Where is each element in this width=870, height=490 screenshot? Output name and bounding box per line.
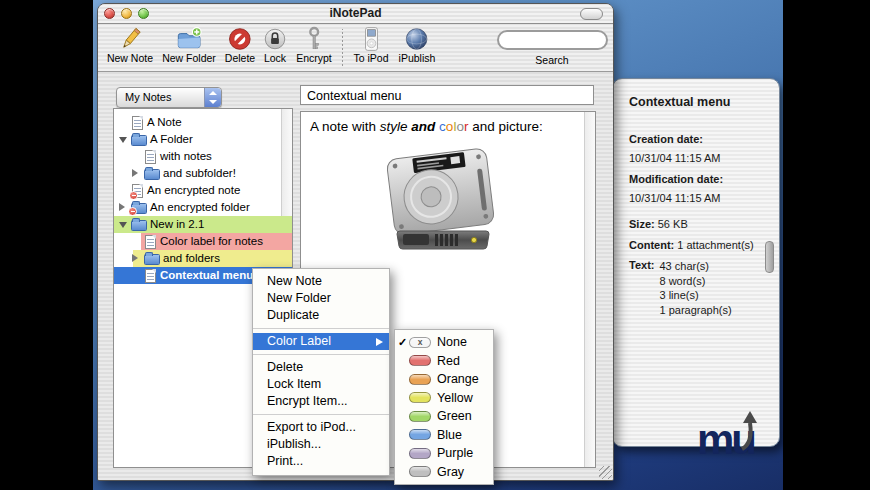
text-label: Text: <box>629 259 654 317</box>
note-rich-text: A note with style and color and picture: <box>310 119 543 134</box>
tree-item-new-in-21[interactable]: New in 2.1 <box>114 216 292 233</box>
color-swatch-green <box>409 411 431 422</box>
screenshot-stage: Contextual menu Creation date: 10/31/04 … <box>0 0 870 490</box>
submenu-arrow-icon <box>376 338 383 346</box>
padlock-icon <box>262 26 288 52</box>
submenu-item-gray[interactable]: Gray <box>395 463 493 482</box>
encrypted-badge-icon <box>128 207 137 216</box>
search-input[interactable] <box>497 30 608 50</box>
search-label: Search <box>497 54 607 66</box>
text-paragraphs: 1 paragraph(s) <box>659 303 731 318</box>
note-title-field[interactable]: Contextual menu <box>300 85 594 105</box>
menu-item-color-label[interactable]: Color Label <box>253 333 389 350</box>
folder-icon <box>144 254 160 265</box>
text-stats-row: Text: 43 char(s) 8 word(s) 3 line(s) 1 p… <box>629 259 765 317</box>
tree-item-encrypted-folder[interactable]: An encrypted folder <box>114 199 292 216</box>
watermark-arrow-icon <box>739 409 759 455</box>
pencil-icon <box>117 26 143 52</box>
ipod-icon <box>358 26 384 52</box>
lock-button[interactable]: Lock <box>262 26 288 64</box>
color-swatch-blue <box>409 429 431 440</box>
tree-item-a-folder[interactable]: A Folder <box>114 131 292 148</box>
title-bar[interactable]: iNotePad <box>98 4 613 24</box>
note-icon <box>145 235 156 249</box>
content-label: Content: <box>629 239 674 251</box>
toolbar: New Note New Folder <box>98 24 613 72</box>
folder-encrypted-icon <box>131 203 147 214</box>
size-label: Size: <box>629 218 655 230</box>
notebook-selector[interactable]: My Notes <box>116 87 222 108</box>
disclosure-open-icon[interactable] <box>119 137 127 143</box>
note-icon <box>145 269 156 283</box>
new-note-button[interactable]: New Note <box>107 26 153 64</box>
menu-item-print[interactable]: Print... <box>253 453 389 470</box>
window-title: iNotePad <box>158 4 553 23</box>
zoom-button[interactable] <box>138 8 149 19</box>
disclosure-closed-icon[interactable] <box>119 203 125 211</box>
drawer-note-title: Contextual menu <box>629 95 765 109</box>
close-button[interactable] <box>104 8 115 19</box>
color-swatch-purple <box>409 448 431 459</box>
note-scrollbar[interactable] <box>584 112 595 467</box>
text-stats-values: 43 char(s) 8 word(s) 3 line(s) 1 paragra… <box>659 259 731 317</box>
drawer-scrollbar-thumb[interactable] <box>765 241 774 273</box>
submenu-item-green[interactable]: Green <box>395 407 493 426</box>
submenu-item-purple[interactable]: Purple <box>395 444 493 463</box>
menu-item-duplicate[interactable]: Duplicate <box>253 307 389 324</box>
tree-item-with-notes[interactable]: with notes <box>114 148 292 165</box>
checkmark-icon: ✓ <box>397 336 408 349</box>
menu-item-new-note[interactable]: New Note <box>253 273 389 290</box>
menu-item-lock-item[interactable]: Lock Item <box>253 376 389 393</box>
folder-icon <box>131 220 147 231</box>
disclosure-closed-icon[interactable] <box>132 254 138 262</box>
encrypt-button[interactable]: Encrypt <box>296 26 332 64</box>
menu-item-ipublish[interactable]: iPublish... <box>253 436 389 453</box>
ipublish-button[interactable]: iPublish <box>399 26 436 64</box>
disclosure-closed-icon[interactable] <box>132 169 138 177</box>
tree-item-color-label-for-notes[interactable]: Color label for notes <box>114 233 292 250</box>
creation-date-label: Creation date: <box>629 133 765 145</box>
submenu-item-blue[interactable]: Blue <box>395 426 493 445</box>
submenu-item-none[interactable]: ✓ x None <box>395 333 493 352</box>
delete-button[interactable]: Delete <box>225 26 255 64</box>
menu-item-export-to-ipod[interactable]: Export to iPod... <box>253 419 389 436</box>
color-swatch-gray <box>409 466 431 477</box>
menu-separator <box>253 324 389 333</box>
notebook-selector-label: My Notes <box>125 88 171 107</box>
menu-separator <box>253 410 389 419</box>
prohibition-icon <box>227 26 253 52</box>
folder-icon <box>131 135 147 146</box>
modification-date-label: Modification date: <box>629 173 765 185</box>
menu-separator <box>253 350 389 359</box>
content-value: 1 attachment(s) <box>677 239 753 251</box>
size-value: 56 KB <box>658 218 688 230</box>
toolbar-separator <box>342 29 343 66</box>
to-ipod-button[interactable]: To iPod <box>353 26 388 64</box>
info-drawer: Contextual menu Creation date: 10/31/04 … <box>612 78 780 447</box>
tree-item-and-folders[interactable]: and folders <box>114 250 292 267</box>
globe-icon <box>404 26 430 52</box>
tree-item-and-subfolder[interactable]: and subfolder! <box>114 165 292 182</box>
toolbar-toggle-button[interactable] <box>580 8 603 20</box>
context-menu: New Note New Folder Duplicate Color Labe… <box>252 268 390 476</box>
folder-plus-icon <box>176 26 202 52</box>
encrypted-badge-icon <box>129 191 138 200</box>
text-chars: 43 char(s) <box>659 259 731 274</box>
new-folder-button[interactable]: New Folder <box>162 26 216 64</box>
menu-item-new-folder[interactable]: New Folder <box>253 290 389 307</box>
menu-item-encrypt-item[interactable]: Encrypt Item... <box>253 393 389 410</box>
submenu-item-red[interactable]: Red <box>395 352 493 371</box>
popup-stepper-icon <box>204 88 221 107</box>
submenu-item-yellow[interactable]: Yellow <box>395 389 493 408</box>
submenu-item-orange[interactable]: Orange <box>395 370 493 389</box>
content-row: Content: 1 attachment(s) <box>629 239 765 251</box>
text-lines: 3 line(s) <box>659 288 731 303</box>
color-label-submenu: ✓ x None Red Orange Yellow Green Blue <box>394 329 494 485</box>
menu-item-delete[interactable]: Delete <box>253 359 389 376</box>
tree-item-encrypted-note[interactable]: An encrypted note <box>114 182 292 199</box>
disclosure-open-icon[interactable] <box>119 222 127 228</box>
tree-item-a-note[interactable]: A Note <box>114 114 292 131</box>
resize-grip[interactable] <box>599 466 612 479</box>
color-swatch-red <box>409 355 431 366</box>
minimize-button[interactable] <box>121 8 132 19</box>
